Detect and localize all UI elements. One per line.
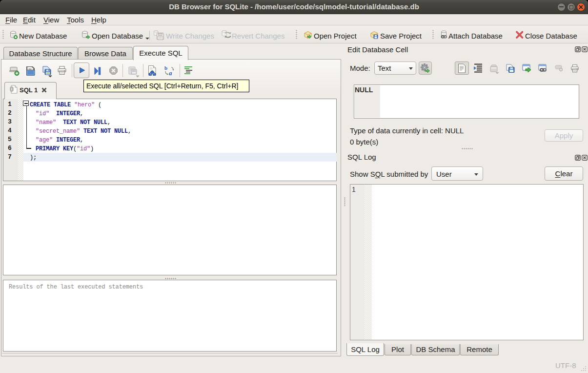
- svg-text:a: a: [169, 69, 172, 77]
- svg-text:b: b: [164, 65, 167, 71]
